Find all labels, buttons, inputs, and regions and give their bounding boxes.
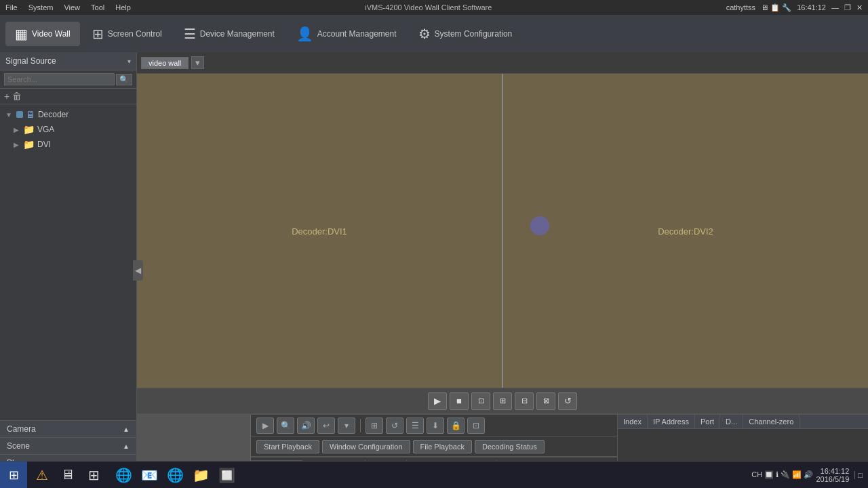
decoding-status-button[interactable]: Decoding Status	[475, 440, 545, 453]
menu-file[interactable]: File	[5, 3, 18, 12]
checkbox-icon[interactable]	[16, 111, 23, 118]
vga-label: VGA	[37, 125, 54, 134]
taskbar-warning-icon[interactable]: ⚠	[30, 463, 54, 487]
win-close[interactable]: ✕	[856, 3, 863, 12]
start-playback-button[interactable]: Start Playback	[256, 440, 319, 453]
sidebar-search: 🔍	[0, 70, 136, 89]
camera-chevron: ▲	[123, 426, 130, 433]
col-index: Index	[618, 415, 648, 428]
file-playback-button[interactable]: File Playback	[413, 440, 472, 453]
panel-1-label: Decoder:DVI1	[292, 226, 347, 236]
nav-screen-control-label: Screen Control	[108, 29, 162, 39]
delete-icon[interactable]: 🗑	[12, 91, 22, 102]
tray-icons: CH 🔲 ℹ 🔌 📶 🔊	[751, 470, 813, 479]
tree-item-vga[interactable]: ▶ 📁 VGA	[0, 122, 136, 137]
undo-icon-btn[interactable]: ↩	[317, 418, 335, 434]
right-panel-header: Index IP Address Port D... Channel-zero	[618, 415, 868, 429]
grid-icon-btn[interactable]: ⊞	[366, 418, 383, 434]
sidebar-header: Signal Source ▾	[0, 52, 136, 70]
col-ip-address: IP Address	[648, 415, 695, 428]
sync-icon-btn[interactable]: ↺	[386, 418, 403, 434]
audio-icon-btn[interactable]: 🔊	[297, 418, 315, 434]
layout-single-button[interactable]: ⊟	[515, 392, 534, 410]
menu-help[interactable]: Help	[115, 3, 131, 12]
menu-view[interactable]: View	[64, 3, 80, 12]
sidebar-dropdown-arrow[interactable]: ▾	[127, 58, 131, 65]
expand-icon[interactable]: ▼	[5, 111, 12, 119]
windows-logo-icon: ⊞	[9, 468, 19, 483]
controls-text-row: Start Playback Window Configuration File…	[251, 437, 617, 457]
list-icon-btn[interactable]: ☰	[406, 418, 424, 434]
add-icon[interactable]: +	[4, 91, 9, 102]
nav-system-configuration[interactable]: ⚙ System Configuration	[409, 22, 522, 46]
menu-tool[interactable]: Tool	[91, 3, 104, 12]
sidebar-section-scene[interactable]: Scene ▲	[0, 437, 136, 454]
stop-button[interactable]: ■	[450, 392, 469, 410]
start-button[interactable]: ⊞	[0, 462, 27, 489]
taskbar-ie-icon[interactable]: 🌐	[163, 463, 187, 487]
taskbar: ⊞ ⚠ 🖥 ⊞ 🌐 📧 🌐 📁 🔲 CH 🔲 ℹ 🔌 📶 🔊 16:41:12 …	[0, 461, 868, 488]
search-input[interactable]	[4, 73, 115, 85]
lock-icon-btn[interactable]: 🔒	[447, 418, 465, 434]
wall-panel-2[interactable]: Decoder:DVI2	[503, 74, 868, 388]
window-configuration-button[interactable]: Window Configuration	[322, 440, 410, 453]
sidebar-toolbar: + 🗑	[0, 89, 136, 104]
controls-icon-row: ▶ 🔍 🔊 ↩ ▾ ⊞ ↺ ☰ ⬇ 🔒 ⊡	[251, 415, 617, 437]
top-right: cathyttss 🖥 📋 🔧 16:41:12 — ❐ ✕	[726, 3, 863, 12]
separator-1	[360, 419, 361, 432]
wall-panel-1[interactable]: Decoder:DVI1	[137, 74, 503, 388]
scene-label: Scene	[7, 441, 30, 451]
tree-item-decoder[interactable]: ▼ 🖥 Decoder	[0, 107, 136, 122]
taskbar-grid-icon[interactable]: ⊞	[81, 463, 106, 487]
taskbar-monitor-icon[interactable]: 🖥	[56, 463, 80, 487]
taskbar-chrome-icon[interactable]: 🌐	[111, 463, 136, 487]
show-desktop-button[interactable]: □	[854, 471, 863, 479]
taskbar-folder-icon[interactable]: 📁	[189, 463, 213, 487]
tab-add-button[interactable]: ▾	[191, 56, 204, 69]
nav-screen-control[interactable]: ⊞ Screen Control	[83, 22, 172, 46]
nav-device-management-label: Device Management	[200, 29, 275, 39]
taskbar-clock: 16:41:12 2016/5/19	[816, 467, 849, 483]
top-bar: File System View Tool Help iVMS-4200 Vid…	[0, 0, 868, 15]
screen-control-icon: ⊞	[92, 26, 104, 42]
sidebar: Signal Source ▾ 🔍 + 🗑 ▼ 🖥 Decoder ▶ 📁 VG…	[0, 52, 137, 488]
taskbar-pinned-apps: 🌐 📧 🌐 📁 🔲	[108, 463, 241, 487]
nav-device-management[interactable]: ☰ Device Management	[174, 22, 284, 46]
decoder-icon: 🖥	[26, 109, 35, 120]
sidebar-collapse-button[interactable]: ◀	[133, 260, 143, 281]
win-minimize[interactable]: —	[831, 3, 839, 12]
win-restore[interactable]: ❐	[844, 3, 851, 12]
panel-2-label: Decoder:DVI2	[658, 226, 713, 236]
play-button[interactable]: ▶	[428, 392, 447, 410]
fullscreen-button[interactable]: ⊡	[471, 392, 490, 410]
crop-icon-btn[interactable]: ⊡	[467, 418, 485, 434]
dropdown-icon-btn[interactable]: ▾	[338, 418, 355, 434]
taskbar-app-icon[interactable]: 🔲	[214, 463, 239, 487]
account-management-icon: 👤	[296, 26, 313, 42]
zoom-icon-btn[interactable]: 🔍	[277, 418, 294, 434]
tab-video-wall[interactable]: video wall	[141, 57, 189, 69]
sidebar-section-camera[interactable]: Camera ▲	[0, 420, 136, 437]
download-icon-btn[interactable]: ⬇	[427, 418, 444, 434]
refresh-button[interactable]: ↺	[558, 392, 577, 410]
tree-item-dvi[interactable]: ▶ 📁 DVI	[0, 137, 136, 152]
sys-icons: 🖥 📋 🔧	[761, 3, 791, 12]
vga-expand-icon[interactable]: ▶	[14, 126, 19, 134]
taskbar-email-icon[interactable]: 📧	[137, 463, 161, 487]
play-icon-btn[interactable]: ▶	[256, 418, 274, 434]
save-button[interactable]: ⊠	[536, 392, 555, 410]
video-wall-canvas[interactable]: Decoder:DVI1 Decoder:DVI2	[137, 74, 868, 388]
nav-video-wall-label: Video Wall	[32, 29, 71, 39]
tab-bar: video wall ▾	[137, 52, 868, 74]
menu-system[interactable]: System	[28, 3, 54, 12]
layout-4-button[interactable]: ⊞	[493, 392, 512, 410]
nav-video-wall[interactable]: ▦ Video Wall	[5, 22, 80, 46]
col-port: Port	[695, 415, 720, 428]
menu-bar: File System View Tool Help	[5, 3, 131, 12]
dvi-expand-icon[interactable]: ▶	[14, 141, 19, 148]
content-area: video wall ▾ Decoder:DVI1 Decoder:DVI2 ▶…	[137, 52, 868, 488]
search-button[interactable]: 🔍	[116, 74, 132, 85]
taskbar-app-icons: ⚠ 🖥 ⊞	[27, 463, 108, 487]
playback-bar: ▶ ■ ⊡ ⊞ ⊟ ⊠ ↺	[137, 388, 868, 413]
nav-account-management[interactable]: 👤 Account Management	[287, 22, 406, 46]
